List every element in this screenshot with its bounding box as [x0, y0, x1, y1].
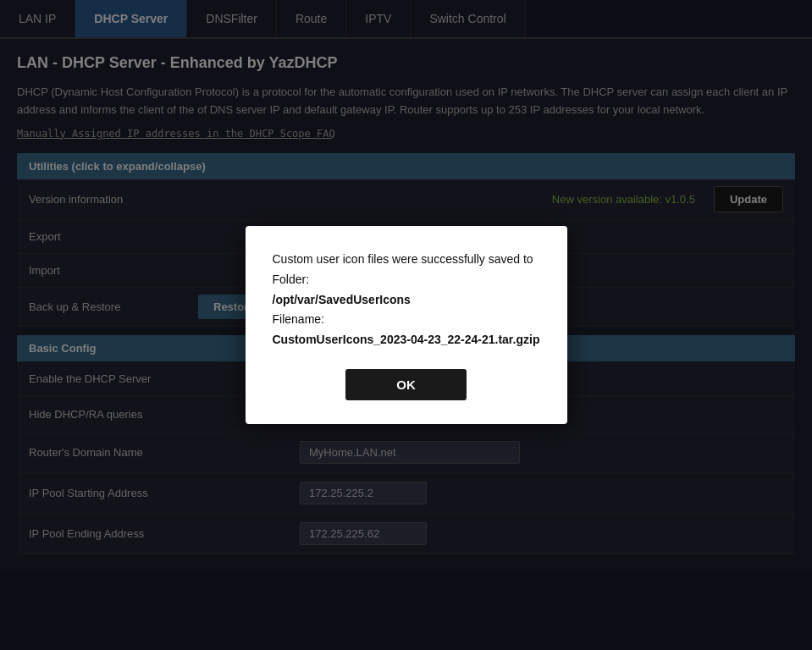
modal-ok-button[interactable]: OK: [345, 369, 467, 400]
modal-filename: CustomUserIcons_2023-04-23_22-24-21.tar.…: [273, 333, 540, 346]
modal-line1: Custom user icon files were successfully…: [273, 252, 533, 266]
modal-line2: Folder:: [273, 273, 310, 286]
modal-overlay: Custom user icon files were successfully…: [0, 0, 812, 650]
modal-line3: Filename:: [273, 312, 324, 326]
modal-folder-path: /opt/var/SavedUserIcons: [273, 293, 411, 306]
modal-box: Custom user icon files were successfully…: [246, 226, 567, 424]
modal-message: Custom user icon files were successfully…: [273, 250, 540, 350]
